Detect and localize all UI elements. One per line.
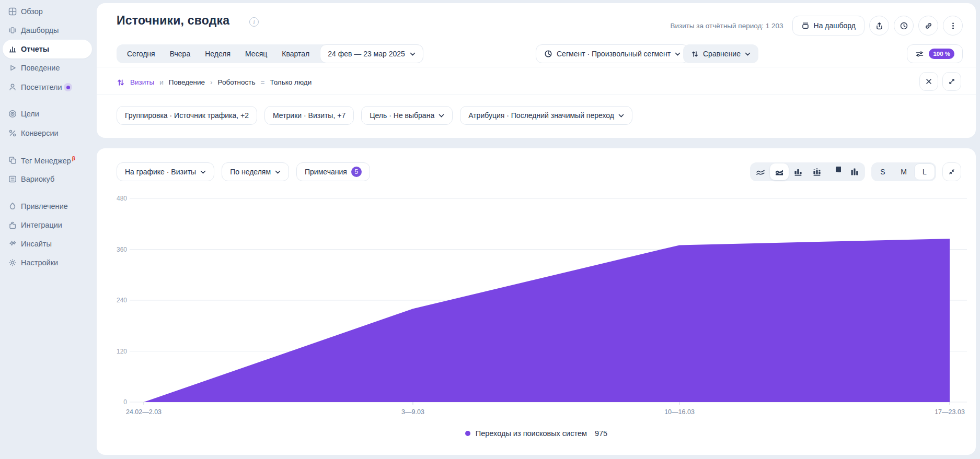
history-button[interactable] (894, 16, 914, 36)
to-dashboard-button[interactable]: На дашборд (792, 16, 864, 36)
sidebar-item-insights[interactable]: Инсайты (0, 234, 97, 253)
grid-icon (7, 6, 18, 17)
svg-text:360: 360 (117, 246, 127, 253)
gear-icon (7, 257, 18, 268)
sidebar-item-dashboards[interactable]: Дашборды (0, 21, 97, 40)
grouping-filter-button[interactable]: Группировка · Источник трафика, +2 (117, 106, 257, 125)
segmentation-clear-button[interactable] (919, 72, 938, 91)
line-chart-icon[interactable] (751, 163, 770, 180)
on-chart-metric-button[interactable]: На графике · Визиты (117, 162, 214, 181)
segmentation-value[interactable]: Только люди (270, 78, 312, 86)
copy-icon (7, 155, 18, 166)
chevron-down-icon (675, 52, 681, 56)
segmentation-bar: Визиты и Поведение › Роботность = Только… (117, 70, 312, 94)
sidebar-item-integrations[interactable]: Интеграции (0, 216, 97, 234)
target-icon (7, 109, 18, 119)
sidebar-item-overview[interactable]: Обзор (0, 2, 97, 21)
sidebar-item-variocube[interactable]: Вариокуб (0, 170, 97, 189)
bar-chart-icon[interactable] (789, 163, 808, 180)
sidebar-item-behavior[interactable]: Поведение (0, 58, 97, 77)
sidebar-label: Посетители (21, 83, 62, 91)
sidebar-item-acquisition[interactable]: Привлечение (0, 197, 97, 216)
report-header-card: Источники, сводка i Визиты за отчётный п… (97, 3, 976, 138)
divider (97, 67, 976, 67)
notes-button[interactable]: Примечания 5 (296, 162, 370, 181)
sidebar-label: Привлечение (21, 202, 68, 210)
sidebar-label: Обзор (21, 7, 43, 16)
close-icon (925, 78, 932, 85)
sidebar-label: Поведение (21, 64, 60, 72)
chevron-down-icon (745, 52, 751, 56)
segment-button[interactable]: Сегмент · Произвольный сегмент (536, 44, 689, 63)
play-icon (7, 63, 18, 73)
stacked-bar-chart-icon[interactable] (808, 163, 826, 180)
filters-row: Группировка · Источник трафика, +2 Метри… (117, 106, 632, 125)
tab-today[interactable]: Сегодня (120, 44, 163, 63)
segmentation-attribute[interactable]: Роботность (218, 78, 256, 86)
visitors-notification-badge (64, 83, 72, 91)
column-chart-icon[interactable] (845, 163, 864, 180)
svg-text:24.02—2.03: 24.02—2.03 (126, 408, 162, 416)
reports-icon (7, 44, 18, 54)
sidebar-item-visitors[interactable]: Посетители (0, 78, 97, 97)
visits-area-chart: 012024036048024.02—2.033—9.0310—16.0317—… (112, 190, 975, 420)
sidebar-item-goals[interactable]: Цели (0, 104, 97, 123)
area-chart-icon[interactable] (770, 163, 789, 180)
tab-yesterday[interactable]: Вчера (163, 44, 198, 63)
segmentation-connector: и (159, 78, 164, 86)
chart-card: На графике · Визиты По неделям Примечани… (97, 148, 976, 455)
info-icon[interactable]: i (249, 17, 259, 27)
chevron-down-icon (618, 114, 624, 117)
dashboard-widget-icon (801, 21, 810, 30)
size-s-button[interactable]: S (872, 163, 893, 180)
svg-text:480: 480 (117, 195, 127, 202)
size-m-button[interactable]: M (893, 163, 914, 180)
compare-button[interactable]: Сравнение (683, 44, 758, 63)
pie-chart-icon[interactable] (826, 163, 845, 180)
chart-controls: На графике · Визиты По неделям Примечани… (117, 162, 370, 181)
visits-period-text: Визиты за отчётный период: 1 203 (670, 22, 783, 30)
attribution-filter-button[interactable]: Атрибуция · Последний значимый переход (460, 106, 632, 125)
sidebar-label: Настройки (21, 258, 58, 267)
sidebar-item-reports[interactable]: Отчеты (0, 40, 97, 58)
sliders-icon (915, 50, 924, 58)
more-menu-button[interactable] (943, 16, 963, 36)
date-range-picker[interactable]: 24 фев — 23 мар 2025 (320, 44, 423, 63)
tab-quarter[interactable]: Квартал (274, 44, 317, 63)
collapse-chart-button[interactable] (942, 162, 961, 181)
legend-label[interactable]: Переходы из поисковых систем (476, 429, 587, 438)
segmentation-actions (919, 72, 961, 91)
sidebar-item-conversions[interactable]: Конверсии (0, 124, 97, 143)
tab-month[interactable]: Месяц (238, 44, 274, 63)
sidebar-item-settings[interactable]: Настройки (0, 253, 97, 272)
sampling-button[interactable]: 100 % (907, 44, 963, 63)
size-l-button[interactable]: L (914, 163, 935, 180)
divider (97, 95, 976, 95)
svg-text:240: 240 (117, 297, 127, 304)
sidebar-label: Тег Менеджерβ (21, 156, 75, 165)
segmentation-metric[interactable]: Визиты (130, 78, 154, 86)
tab-week[interactable]: Неделя (198, 44, 238, 63)
legend-value: 975 (595, 429, 607, 438)
chart-view-controls: S M L (750, 162, 961, 181)
segmentation-group[interactable]: Поведение (169, 78, 205, 86)
svg-text:0: 0 (123, 398, 127, 406)
dashboards-icon (7, 25, 18, 36)
sidebar-label: Вариокуб (21, 175, 54, 183)
copy-link-button[interactable] (918, 16, 938, 36)
compare-arrows-icon (117, 78, 125, 87)
chart-size-group: S M L (871, 162, 936, 181)
share-icon (875, 21, 884, 30)
sidebar: Обзор Дашборды Отчеты Поведение Посетите… (0, 0, 97, 459)
goal-filter-button[interactable]: Цель · Не выбрана (361, 106, 453, 125)
time-grouping-button[interactable]: По неделям (222, 162, 289, 181)
sidebar-label: Инсайты (21, 240, 52, 248)
collapse-icon (948, 168, 955, 175)
beta-mark: β (72, 156, 75, 161)
sidebar-item-tag-manager[interactable]: Тег Менеджерβ (0, 151, 97, 170)
share-button[interactable] (869, 16, 889, 36)
metrics-filter-button[interactable]: Метрики · Визиты, +7 (264, 106, 354, 125)
segmentation-expand-button[interactable] (942, 72, 961, 91)
svg-text:3—9.03: 3—9.03 (401, 408, 424, 416)
breadcrumb-chevron: › (210, 78, 213, 86)
